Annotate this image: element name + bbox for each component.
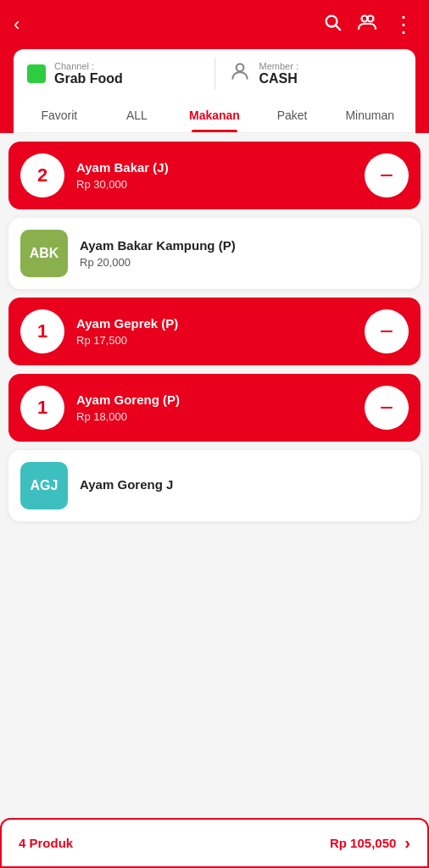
minus-button[interactable]: − — [365, 153, 409, 198]
quantity-badge: 1 — [20, 309, 64, 353]
header-icons: ⋮ — [323, 12, 415, 38]
product-info: Ayam Bakar (J) Rp 30,000 — [76, 160, 353, 191]
product-price: Rp 20,000 — [80, 256, 409, 269]
header: ‹ ⋮ — [0, 0, 429, 133]
minus-button[interactable]: − — [365, 309, 409, 353]
member-value: CASH — [259, 71, 298, 86]
list-item[interactable]: 2 Ayam Bakar (J) Rp 30,000 − — [8, 142, 421, 209]
member-section: Member : CASH — [229, 60, 403, 87]
search-icon[interactable] — [323, 13, 342, 36]
tab-minuman[interactable]: Minuman — [331, 98, 409, 132]
svg-point-3 — [368, 16, 374, 22]
product-name: Ayam Goreng (P) — [76, 392, 353, 407]
person-icon[interactable] — [357, 12, 377, 37]
list-item[interactable]: AGJ Ayam Goreng J — [8, 450, 421, 521]
cart-product-count: 4 Produk — [19, 836, 73, 850]
member-label: Member : — [259, 61, 298, 71]
product-info: Ayam Goreng J — [80, 477, 409, 495]
list-item[interactable]: 1 Ayam Geprek (P) Rp 17,500 − — [8, 298, 421, 365]
cart-total-price: Rp 105,050 — [330, 836, 396, 850]
more-icon[interactable]: ⋮ — [393, 12, 415, 38]
product-price: Rp 18,000 — [76, 410, 353, 423]
svg-line-1 — [336, 25, 340, 30]
product-price: Rp 30,000 — [76, 178, 353, 191]
tab-favorit[interactable]: Favorit — [20, 98, 98, 132]
channel-section: Channel : Grab Food — [27, 61, 201, 86]
svg-point-4 — [236, 64, 243, 71]
product-info: Ayam Geprek (P) Rp 17,500 — [76, 316, 353, 347]
channel-bar: Channel : Grab Food Member : CASH — [14, 49, 415, 98]
member-text: Member : CASH — [259, 61, 298, 86]
list-item[interactable]: 1 Ayam Goreng (P) Rp 18,000 − — [8, 374, 421, 442]
quantity-badge: 2 — [20, 153, 64, 198]
product-thumbnail: ABK — [20, 230, 68, 277]
tabs: Favorit ALL Makanan Paket Minuman — [14, 98, 415, 133]
product-name: Ayam Goreng J — [80, 477, 409, 492]
product-thumbnail: AGJ — [20, 462, 68, 509]
minus-button[interactable]: − — [365, 386, 409, 430]
product-info: Ayam Bakar Kampung (P) Rp 20,000 — [80, 238, 409, 269]
channel-label: Channel : — [54, 61, 123, 71]
product-price: Rp 17,500 — [76, 334, 353, 347]
channel-divider — [214, 58, 215, 90]
channel-text: Channel : Grab Food — [54, 61, 123, 86]
channel-value: Grab Food — [54, 71, 123, 86]
product-name: Ayam Bakar Kampung (P) — [80, 238, 409, 253]
channel-indicator — [27, 64, 46, 83]
member-icon — [229, 60, 251, 87]
tab-makanan[interactable]: Makanan — [176, 98, 254, 132]
list-item[interactable]: ABK Ayam Bakar Kampung (P) Rp 20,000 — [8, 218, 421, 289]
product-info: Ayam Goreng (P) Rp 18,000 — [76, 392, 353, 423]
chevron-right-icon: › — [404, 833, 410, 853]
product-list: 2 Ayam Bakar (J) Rp 30,000 − ABK Ayam Ba… — [0, 133, 429, 589]
back-button[interactable]: ‹ — [14, 10, 26, 39]
quantity-badge: 1 — [20, 386, 64, 430]
tab-paket[interactable]: Paket — [254, 98, 332, 132]
header-top: ‹ ⋮ — [14, 10, 415, 49]
tab-all[interactable]: ALL — [98, 98, 176, 132]
bottom-bar[interactable]: 4 Produk Rp 105,050 › — [0, 818, 429, 868]
product-name: Ayam Bakar (J) — [76, 160, 353, 175]
product-name: Ayam Geprek (P) — [76, 316, 353, 331]
